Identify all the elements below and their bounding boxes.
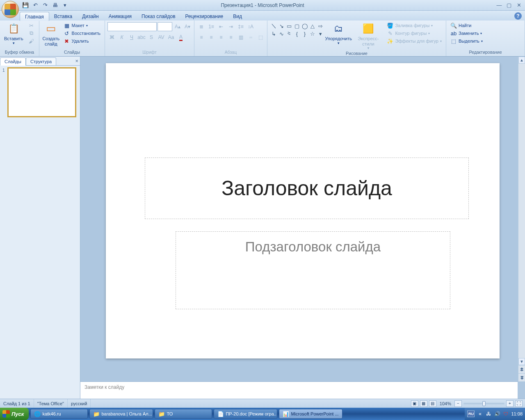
taskbar-item[interactable]: 📁ТО xyxy=(155,409,212,419)
scroll-down-icon[interactable]: ▼ xyxy=(518,358,525,365)
new-slide-button[interactable]: Создать слайд xyxy=(41,21,61,47)
shape-line-icon[interactable]: ＼ xyxy=(270,22,277,30)
align-text-icon[interactable]: ⎓ xyxy=(246,33,255,42)
cut-button[interactable]: ✂ xyxy=(27,22,36,29)
bold-icon[interactable]: Ж xyxy=(107,33,116,42)
tray-network-icon[interactable]: 🖧 xyxy=(485,411,492,417)
char-spacing-icon[interactable]: AV xyxy=(157,33,166,42)
prev-slide-icon[interactable]: ⯭ xyxy=(518,365,525,373)
status-slide-counter[interactable]: Слайд 1 из 1 xyxy=(0,399,34,408)
zoom-slider[interactable] xyxy=(463,403,504,404)
quickprint-icon[interactable]: 🖶 xyxy=(51,1,59,9)
taskbar-item[interactable]: 📁barabanova | Ольга Ал... xyxy=(89,409,153,419)
shape-outline-button[interactable]: ✎Контур фигуры ▾ xyxy=(386,30,443,37)
replace-button[interactable]: abЗаменить ▾ xyxy=(449,30,484,37)
grow-font-icon[interactable]: A▴ xyxy=(173,22,182,31)
align-center-icon[interactable]: ≡ xyxy=(207,33,216,42)
italic-icon[interactable]: К xyxy=(117,33,126,42)
tab-slideshow[interactable]: Показ слайдов xyxy=(137,12,180,21)
title-placeholder[interactable]: Заголовок слайда xyxy=(145,158,469,219)
shape-rrect-icon[interactable]: ▢ xyxy=(293,22,301,30)
vertical-scrollbar[interactable]: ▲ ▼ ⯭ ⯯ xyxy=(518,57,525,381)
align-right-icon[interactable]: ≡ xyxy=(217,33,226,42)
shape-brace2-icon[interactable]: } xyxy=(301,30,308,37)
tray-expand-icon[interactable]: « xyxy=(477,411,483,417)
slide-thumbnail[interactable]: 1 xyxy=(2,68,78,116)
start-button[interactable]: Пуск xyxy=(0,408,29,420)
align-left-icon[interactable]: ≡ xyxy=(197,33,206,42)
shape-more-icon[interactable]: ▾ xyxy=(317,30,324,37)
scroll-up-icon[interactable]: ▲ xyxy=(518,57,525,64)
columns-icon[interactable]: ▥ xyxy=(236,33,245,42)
strike-icon[interactable]: abc xyxy=(137,33,146,42)
panel-tab-outline[interactable]: Структура xyxy=(26,57,56,65)
find-button[interactable]: 🔍Найти xyxy=(449,22,484,29)
smartart-icon[interactable]: ⬚ xyxy=(256,33,265,42)
arrange-button[interactable]: Упорядочить ▼ xyxy=(325,21,352,46)
select-button[interactable]: ⬚Выделить ▾ xyxy=(449,37,484,45)
shape-fill-button[interactable]: 🪣Заливка фигуры ▾ xyxy=(386,22,443,29)
language-indicator[interactable]: RU xyxy=(467,411,475,417)
view-normal-icon[interactable]: ▣ xyxy=(411,400,418,407)
close-icon[interactable]: ✕ xyxy=(515,2,523,8)
layout-button[interactable]: ▦Макет ▾ xyxy=(62,22,102,29)
notes-pane[interactable]: Заметки к слайду xyxy=(80,381,518,399)
status-theme[interactable]: "Тема Office" xyxy=(34,399,68,408)
next-slide-icon[interactable]: ⯯ xyxy=(518,373,525,381)
copy-button[interactable]: ⧉ xyxy=(27,30,36,37)
line-spacing-icon[interactable]: ‡≡ xyxy=(236,22,245,31)
office-button[interactable] xyxy=(2,1,19,18)
tab-design[interactable]: Дизайн xyxy=(77,12,103,21)
save-icon[interactable]: 💾 xyxy=(21,1,30,9)
shape-star-icon[interactable]: ☆ xyxy=(309,30,316,37)
shape-arrowR-icon[interactable]: ⇨ xyxy=(317,22,324,30)
view-slideshow-icon[interactable]: ▤ xyxy=(429,400,436,407)
paste-button[interactable]: Вставить ▼ xyxy=(2,21,26,46)
font-family-combo[interactable] xyxy=(107,22,157,31)
delete-slide-button[interactable]: ✖Удалить xyxy=(62,37,102,45)
tab-review[interactable]: Рецензирование xyxy=(180,12,228,21)
numbering-icon[interactable]: 1≡ xyxy=(207,22,216,31)
tab-home[interactable]: Главная xyxy=(20,12,49,21)
zoom-in-icon[interactable]: + xyxy=(506,400,514,407)
subtitle-placeholder[interactable]: Подзаголовок слайда xyxy=(176,231,450,309)
shape-brace-icon[interactable]: { xyxy=(293,30,301,37)
tray-shield-icon[interactable]: 🛡 xyxy=(502,411,509,417)
qat-customize-icon[interactable]: ▾ xyxy=(61,1,69,9)
fit-window-icon[interactable]: ⛶ xyxy=(515,400,523,407)
underline-icon[interactable]: Ч xyxy=(127,33,136,42)
font-size-combo[interactable] xyxy=(158,22,172,31)
help-icon[interactable]: ? xyxy=(514,12,522,20)
tray-clock[interactable]: 11:08 xyxy=(511,411,523,416)
tab-view[interactable]: Вид xyxy=(228,12,247,21)
shape-triangle-icon[interactable]: △ xyxy=(309,22,316,30)
slide-canvas[interactable]: Заголовок слайда Подзаголовок слайда ▲ ▼… xyxy=(80,57,525,381)
minimize-icon[interactable]: — xyxy=(495,2,503,8)
redo-icon[interactable]: ↷ xyxy=(41,1,49,9)
undo-icon[interactable]: ↶ xyxy=(31,1,39,9)
slide[interactable]: Заголовок слайда Подзаголовок слайда xyxy=(106,63,500,358)
reset-button[interactable]: ↺Восстановить xyxy=(62,30,102,37)
restore-icon[interactable]: ▢ xyxy=(505,2,513,8)
shadow-icon[interactable]: S xyxy=(147,33,156,42)
zoom-value[interactable]: 104% xyxy=(440,401,451,406)
status-language[interactable]: русский xyxy=(68,399,91,408)
justify-icon[interactable]: ≡ xyxy=(226,33,235,42)
format-painter-button[interactable]: 🖌 xyxy=(27,37,36,45)
tab-animations[interactable]: Анимация xyxy=(104,12,137,21)
bullets-icon[interactable]: ≣ xyxy=(197,22,206,31)
panel-tab-slides[interactable]: Слайды xyxy=(0,57,26,66)
outdent-icon[interactable]: ⇤ xyxy=(217,22,226,31)
shape-connector-icon[interactable]: ↳ xyxy=(270,30,277,37)
shape-oval-icon[interactable]: ◯ xyxy=(301,22,308,30)
tray-sound-icon[interactable]: 🔊 xyxy=(494,411,500,417)
taskbar-item-active[interactable]: 📊Microsoft PowerPoint ... xyxy=(279,409,342,419)
shape-effects-button[interactable]: ✨Эффекты для фигур ▾ xyxy=(386,37,443,45)
change-case-icon[interactable]: Aa xyxy=(167,33,176,42)
indent-icon[interactable]: ⇥ xyxy=(226,22,235,31)
view-sorter-icon[interactable]: ▦ xyxy=(420,400,427,407)
shape-rect-icon[interactable]: ▭ xyxy=(285,22,293,30)
shape-curve-icon[interactable]: ∿ xyxy=(278,30,285,37)
shape-arrow-icon[interactable]: ↘ xyxy=(278,22,285,30)
zoom-thumb[interactable] xyxy=(482,401,486,406)
